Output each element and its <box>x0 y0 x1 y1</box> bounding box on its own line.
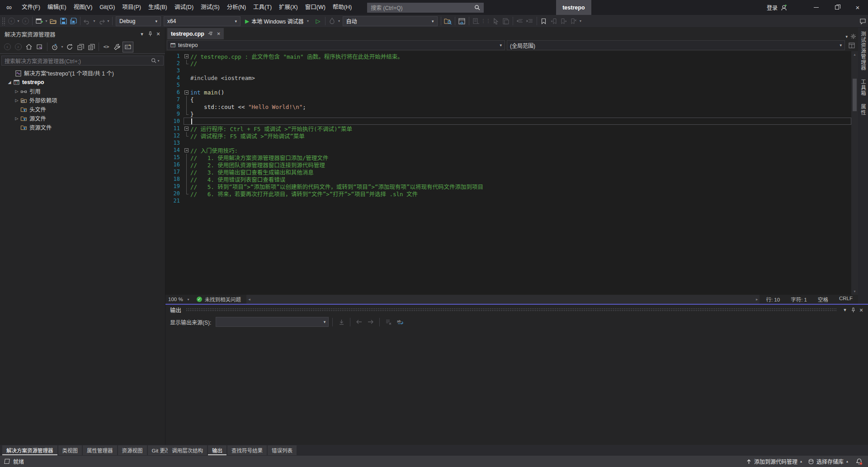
hot-reload-mode-dropdown[interactable]: 自动▾ <box>343 16 438 26</box>
bottom-panel-tab[interactable]: 输出 <box>208 445 226 455</box>
menu-s[interactable]: 测试(S) <box>197 0 223 15</box>
scope-dropdown[interactable]: (全局范围) ▾ <box>507 40 845 50</box>
scroll-down-icon[interactable]: ▾ <box>854 288 855 295</box>
menu-t[interactable]: 工具(T) <box>250 0 275 15</box>
expand-open-icon[interactable]: ◢ <box>6 80 13 85</box>
expand-closed-icon[interactable]: ▷ <box>14 116 20 121</box>
preview-selected-items-icon[interactable] <box>123 42 133 52</box>
panel-drag-handle[interactable] <box>186 308 836 312</box>
hot-reload-icon[interactable] <box>327 16 337 27</box>
code-line[interactable]: 13 <box>165 139 851 146</box>
switch-views-icon[interactable] <box>34 42 45 52</box>
hot-reload-dropdown-icon[interactable]: ▾ <box>337 19 341 23</box>
quick-search-box[interactable]: 搜索 (Ctrl+Q) <box>367 3 484 13</box>
clear-bookmarks-icon[interactable] <box>569 16 579 27</box>
left-panel-tab[interactable]: 资源视图 <box>118 445 147 455</box>
previous-bookmark-icon[interactable] <box>549 16 559 27</box>
solution-configuration-dropdown[interactable]: Debug▾ <box>116 16 161 26</box>
expand-closed-icon[interactable]: ▷ <box>14 89 20 94</box>
redo-icon[interactable] <box>96 16 106 27</box>
bottom-panel-tab[interactable]: 调用层次结构 <box>168 445 207 455</box>
sign-in-button[interactable]: 登录 <box>767 4 788 11</box>
pin-icon[interactable] <box>146 30 154 38</box>
menu-n[interactable]: 分析(N) <box>223 0 250 15</box>
menu-x[interactable]: 扩展(X) <box>275 0 302 15</box>
filter-dropdown-icon[interactable]: ▾ <box>60 45 64 49</box>
word-wrap-icon[interactable]: ab <box>395 317 405 327</box>
close-icon[interactable]: × <box>154 30 162 38</box>
bottom-panel-tab[interactable]: 错误列表 <box>268 445 297 455</box>
output-source-dropdown[interactable]: ▾ <box>216 317 329 327</box>
code-line[interactable]: 6int main() <box>165 89 851 96</box>
tree-item[interactable]: ▷源文件 <box>0 114 165 123</box>
new-project-dropdown-icon[interactable]: ▾ <box>44 19 48 23</box>
fold-collapse-icon[interactable] <box>184 146 190 154</box>
select-tool-icon[interactable] <box>491 16 501 27</box>
indentation-indicator[interactable]: 空格 <box>812 296 834 303</box>
fold-collapse-icon[interactable] <box>184 89 190 96</box>
vertical-scrollbar[interactable]: ▴ ▾ <box>851 51 858 295</box>
code-line[interactable]: 12// 调试程序: F5 或调试 >“开始调试”菜单 <box>165 132 851 139</box>
auto-hide-tab[interactable]: 测试资源管理器 <box>859 31 867 71</box>
left-panel-tab[interactable]: 解决方案资源管理器 <box>2 445 57 455</box>
menu-e[interactable]: 编辑(E) <box>44 0 70 15</box>
navigate-forward-icon[interactable]: › <box>20 16 30 27</box>
tree-item[interactable]: ◢++testrepo <box>0 78 165 87</box>
code-line[interactable]: 7{ <box>165 96 851 103</box>
debug-target-dropdown-icon[interactable]: ▾ <box>306 19 310 23</box>
code-line[interactable]: 4#include <iostream> <box>165 74 851 81</box>
code-line[interactable]: 2// <box>165 60 851 67</box>
menu-gitg[interactable]: Git(G) <box>96 0 118 15</box>
maximize-button[interactable] <box>826 0 847 15</box>
increase-indent-icon[interactable] <box>525 16 535 27</box>
output-content[interactable] <box>165 329 868 445</box>
solution-explorer-header[interactable]: 解决方案资源管理器 ▾ × <box>0 28 165 40</box>
redo-dropdown-icon[interactable]: ▾ <box>106 19 110 23</box>
view-code-icon[interactable]: <> <box>101 42 112 52</box>
close-icon[interactable]: × <box>217 30 221 37</box>
paste-icon[interactable] <box>501 16 511 27</box>
save-icon[interactable] <box>58 16 68 27</box>
navigate-back-dropdown-icon[interactable]: ▾ <box>16 19 20 23</box>
decrease-indent-icon[interactable] <box>515 16 525 27</box>
open-file-icon[interactable] <box>48 16 58 27</box>
scrollbar-thumb[interactable] <box>853 79 857 111</box>
fold-collapse-icon[interactable] <box>184 125 190 132</box>
window-layout-icon[interactable] <box>457 16 467 27</box>
editor-options-icon[interactable] <box>850 33 856 39</box>
toolbar-grip[interactable] <box>2 17 5 25</box>
caret-column-indicator[interactable]: 字符: 1 <box>785 296 812 303</box>
refresh-icon[interactable] <box>64 42 75 52</box>
code-line[interactable]: 8 std::cout << "Hello World!\n"; <box>165 103 851 110</box>
expand-closed-icon[interactable]: ▷ <box>14 98 20 103</box>
tree-item[interactable]: 解决方案“testrepo”(1 个项目/共 1 个) <box>0 69 165 78</box>
zoom-dropdown[interactable]: 100 % ▾ <box>165 295 192 304</box>
search-options-icon[interactable]: ▾ <box>156 59 160 63</box>
code-line[interactable]: 9} <box>165 110 851 118</box>
properties-icon[interactable] <box>112 42 123 52</box>
toggle-bookmark-icon[interactable] <box>539 16 549 27</box>
close-icon[interactable]: × <box>857 306 865 314</box>
left-panel-tab[interactable]: 类视图 <box>58 445 82 455</box>
output-panel-header[interactable]: 输出 ▾ × <box>165 305 868 315</box>
tree-item[interactable]: 资源文件 <box>0 123 165 132</box>
horizontal-scrollbar[interactable]: ◂ ▸ <box>246 295 760 304</box>
code-line[interactable]: 20// 6. 将来，若要再次打开此项目，请转到“文件”>“打开”>“项目”并选… <box>165 190 851 197</box>
start-without-debugging-icon[interactable]: ▷ <box>313 16 323 27</box>
menu-p[interactable]: 项目(P) <box>118 0 145 15</box>
menu-b[interactable]: 生成(B) <box>145 0 171 15</box>
code-health-indicator[interactable]: ✓ 未找到相关问题 <box>192 296 246 303</box>
tree-item[interactable]: ▷引用 <box>0 87 165 96</box>
save-all-icon[interactable] <box>68 16 78 27</box>
code-line[interactable]: 1// testrepo.cpp : 此文件包含 "main" 函数。程序执行将… <box>165 52 851 60</box>
comment-out-icon[interactable] <box>471 16 481 27</box>
goto-message-icon[interactable] <box>336 317 346 327</box>
tree-item[interactable]: ▷外部依赖项 <box>0 96 165 105</box>
minimize-button[interactable] <box>806 0 826 15</box>
solution-explorer-search-box[interactable]: 搜索解决方案资源管理器(Ctrl+;) ▾ <box>1 56 164 66</box>
find-in-files-icon[interactable] <box>443 16 453 27</box>
scroll-left-icon[interactable]: ◂ <box>248 297 250 302</box>
pin-icon[interactable] <box>208 31 213 36</box>
add-to-source-control-button[interactable]: 添加到源代码管理 ▴ <box>746 458 802 465</box>
menu-d[interactable]: 调试(D) <box>171 0 197 15</box>
